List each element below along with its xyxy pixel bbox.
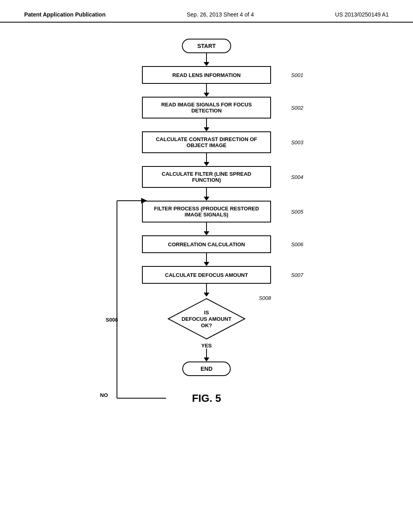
page: Patent Application Publication Sep. 26, … xyxy=(0,0,413,532)
arrow-5 xyxy=(204,188,209,201)
header-publication: Patent Application Publication xyxy=(24,11,106,18)
arrow-head xyxy=(204,93,209,97)
s003-node-wrapper: CALCULATE CONTRAST DIRECTION OF OBJECT I… xyxy=(142,131,271,153)
s003-node: CALCULATE CONTRAST DIRECTION OF OBJECT I… xyxy=(142,131,271,153)
s002-node: READ IMAGE SIGNALS FOR FOCUS DETECTION xyxy=(142,97,271,118)
s006-label: S006 xyxy=(291,241,303,247)
arrow-line xyxy=(206,349,207,357)
arrow-4 xyxy=(204,153,209,166)
start-node-wrapper: START xyxy=(182,39,231,53)
s008-label: S008 xyxy=(259,295,271,301)
s005-label: S005 xyxy=(291,209,303,215)
arrow-head xyxy=(204,293,209,297)
start-node: START xyxy=(182,39,231,53)
svg-text:IS: IS xyxy=(204,310,209,316)
s006-node-wrapper: CORRELATION CALCULATION S006 xyxy=(142,235,271,253)
s002-node-wrapper: READ IMAGE SIGNALS FOR FOCUS DETECTION S… xyxy=(142,97,271,118)
arrow-line xyxy=(206,153,207,162)
yes-branch: YES xyxy=(201,341,212,362)
s004-label: S004 xyxy=(291,174,303,180)
s008-diamond-svg: IS DEFOCUS AMOUNT OK? xyxy=(166,297,247,341)
arrow-yes xyxy=(204,349,209,362)
header-date-sheet: Sep. 26, 2013 Sheet 4 of 4 xyxy=(187,11,254,18)
arrow-line xyxy=(206,284,207,293)
s003-label: S003 xyxy=(291,139,303,145)
no-label: S008 xyxy=(106,317,118,323)
arrow-head xyxy=(204,231,209,235)
figure-caption: FIG. 5 xyxy=(192,392,221,405)
end-node-wrapper: END xyxy=(182,362,231,376)
arrow-line xyxy=(206,53,207,62)
arrow-head xyxy=(204,262,209,266)
arrow-line xyxy=(206,253,207,262)
arrow-head xyxy=(204,127,209,131)
s005-node-wrapper: FILTER PROCESS (PRODUCE RESTORED IMAGE S… xyxy=(142,201,271,222)
end-node: END xyxy=(182,362,231,376)
s004-node: CALCULATE FILTER (LINE SPREAD FUNCTION) xyxy=(142,166,271,188)
arrow-1 xyxy=(204,53,209,66)
arrow-head xyxy=(204,197,209,201)
header-patent-number: US 2013/0250149 A1 xyxy=(335,11,389,18)
s008-section: S008 IS DEFOCUS AMOUNT OK? S008 YES xyxy=(166,297,247,362)
yes-label: YES xyxy=(201,343,212,349)
s001-node-wrapper: READ LENS INFORMATION S001 xyxy=(142,66,271,84)
arrow-8 xyxy=(204,284,209,297)
s002-label: S002 xyxy=(291,105,303,111)
arrow-line xyxy=(206,222,207,231)
arrow-6 xyxy=(204,222,209,235)
svg-text:DEFOCUS AMOUNT: DEFOCUS AMOUNT xyxy=(181,316,232,322)
arrow-line xyxy=(206,118,207,127)
s007-node-wrapper: CALCULATE DEFOCUS AMOUNT S007 xyxy=(142,266,271,284)
arrow-head xyxy=(204,62,209,66)
arrow-line xyxy=(206,84,207,93)
flowchart-area: START READ LENS INFORMATION S001 READ IM… xyxy=(0,23,413,405)
s007-node: CALCULATE DEFOCUS AMOUNT xyxy=(142,266,271,284)
svg-text:OK?: OK? xyxy=(201,322,212,328)
arrow-7 xyxy=(204,253,209,266)
arrow-head xyxy=(204,357,209,362)
arrow-2 xyxy=(204,84,209,97)
s006-node: CORRELATION CALCULATION xyxy=(142,235,271,253)
header: Patent Application Publication Sep. 26, … xyxy=(0,0,413,23)
s001-label: S001 xyxy=(291,72,303,78)
s005-node: FILTER PROCESS (PRODUCE RESTORED IMAGE S… xyxy=(142,201,271,222)
s004-node-wrapper: CALCULATE FILTER (LINE SPREAD FUNCTION) … xyxy=(142,166,271,188)
arrow-3 xyxy=(204,118,209,131)
s001-node: READ LENS INFORMATION xyxy=(142,66,271,84)
s007-label: S007 xyxy=(291,272,303,278)
arrow-head xyxy=(204,162,209,166)
arrow-line xyxy=(206,188,207,197)
